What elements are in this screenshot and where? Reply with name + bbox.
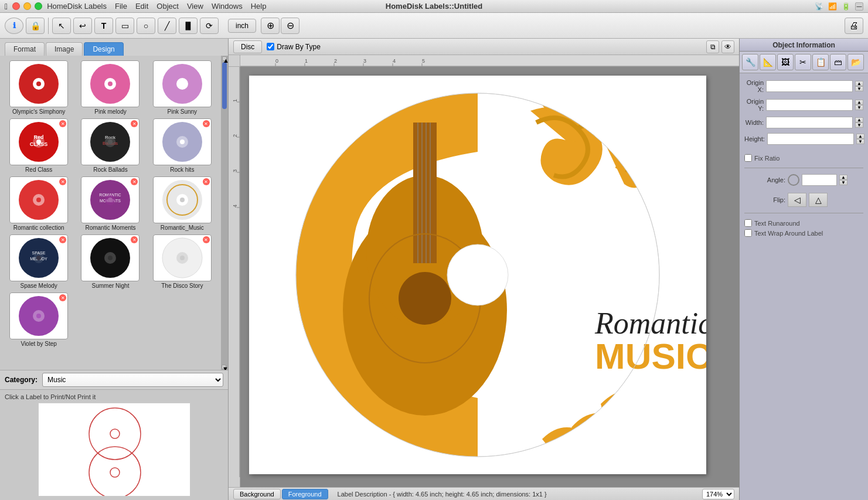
tab-format[interactable]: Format xyxy=(5,42,45,56)
thumb-violet[interactable]: ✕ Violet by Step xyxy=(5,292,73,347)
minimize-button[interactable] xyxy=(23,2,31,10)
angle-down[interactable]: ▼ xyxy=(839,180,847,185)
thumb-romantic-collection[interactable]: ✕ Romantic collection xyxy=(5,176,73,231)
text-wrap-checkbox[interactable] xyxy=(744,229,752,237)
category-select[interactable]: Music Movies Photos Data Other xyxy=(42,373,223,387)
thumb-disco-story[interactable]: ✕ The Disco Story xyxy=(148,234,216,289)
thumb-spase-melody[interactable]: ✕ SPASEMELODY Spase Melody xyxy=(5,234,73,289)
origin-x-down[interactable]: ▼ xyxy=(855,86,863,91)
thumb-pink-melody[interactable]: Pink melody xyxy=(76,60,144,115)
close-button[interactable] xyxy=(12,2,20,10)
rp-icon-4[interactable]: ✂ xyxy=(795,54,811,70)
svg-text:4: 4 xyxy=(232,205,238,208)
fix-ratio-checkbox[interactable] xyxy=(744,154,752,162)
thumb-rock-hits[interactable]: ✕ Rock hits xyxy=(148,118,216,173)
print-btn[interactable]: 🖨 xyxy=(845,18,863,34)
rp-icon-1[interactable]: 🔧 xyxy=(742,54,758,70)
unit-button[interactable]: inch xyxy=(228,19,256,33)
rp-icon-7[interactable]: 📂 xyxy=(847,54,864,70)
barcode-tool-btn[interactable]: ▐▌ xyxy=(179,18,198,34)
status-description: Label Description - { width: 4.65 inch; … xyxy=(338,491,547,498)
foreground-tab-btn[interactable]: Foreground xyxy=(282,489,328,499)
canvas-toolbar: Disc Draw By Type ⧉ 👁 xyxy=(229,39,739,55)
origin-y-up[interactable]: ▲ xyxy=(855,100,863,105)
origin-x-label: Origin X: xyxy=(744,79,764,93)
zoom-in-btn[interactable]: ⊕ xyxy=(261,18,280,34)
width-up[interactable]: ▲ xyxy=(855,117,863,123)
thumb-summer-night[interactable]: ✕ Summer Night xyxy=(76,234,144,289)
angle-up[interactable]: ▲ xyxy=(839,175,847,180)
minimize-win-btn[interactable]: — xyxy=(855,2,863,11)
width-input[interactable] xyxy=(766,117,853,128)
rp-icon-6[interactable]: 🗃 xyxy=(830,54,846,70)
height-down[interactable]: ▼ xyxy=(856,139,864,144)
thumb-olympics[interactable]: Olympic's Simphony xyxy=(5,60,73,115)
rp-icon-5[interactable]: 📋 xyxy=(812,54,829,70)
background-tab-btn[interactable]: Background xyxy=(233,489,281,499)
disc-button[interactable]: Disc xyxy=(233,40,262,53)
disc-canvas[interactable]: Romantic MUSIC xyxy=(249,76,706,474)
zoom-window-button[interactable] xyxy=(35,2,42,10)
rp-icon-2[interactable]: 📐 xyxy=(760,54,776,70)
thumb-rock-ballads[interactable]: ✕ RockBallads Rock Ballads xyxy=(76,118,144,173)
angle-input[interactable] xyxy=(802,174,837,186)
lock-btn[interactable]: 🔒 xyxy=(26,18,45,34)
divider-2 xyxy=(744,213,863,213)
thumb-pink-sunny[interactable]: Pink Sunny xyxy=(148,60,216,115)
close-romantic-music[interactable]: ✕ xyxy=(203,178,210,185)
traffic-lights xyxy=(12,2,42,10)
menu-file[interactable]: File xyxy=(115,2,127,11)
angle-circle[interactable] xyxy=(788,174,799,186)
svg-point-2 xyxy=(36,81,41,86)
object-tool-icons: 🔧 📐 🖼 ✂ 📋 🗃 📂 xyxy=(740,52,868,73)
origin-x-input[interactable] xyxy=(766,80,853,92)
menu-windows[interactable]: Windows xyxy=(212,2,243,11)
menu-homedisk[interactable]: HomeDisk Labels xyxy=(47,2,107,11)
close-rock-hits[interactable]: ✕ xyxy=(203,120,210,127)
height-up[interactable]: ▲ xyxy=(856,134,864,139)
undo-btn[interactable]: ↩ xyxy=(73,18,92,34)
svg-point-12 xyxy=(36,140,41,144)
thumb-romantic-moments[interactable]: ✕ ROMANTICMOMENTS Romantic Moments xyxy=(76,176,144,231)
flip-v-btn[interactable]: △ xyxy=(809,193,828,207)
origin-y-input[interactable] xyxy=(766,99,853,111)
menu-help[interactable]: Help xyxy=(251,2,267,11)
text-tool-btn[interactable]: T xyxy=(94,18,113,34)
svg-text:1: 1 xyxy=(232,99,238,102)
tab-design[interactable]: Design xyxy=(84,42,123,56)
origin-x-up[interactable]: ▲ xyxy=(855,81,863,86)
svg-point-17 xyxy=(108,140,113,144)
flip-h-btn[interactable]: ◁ xyxy=(788,193,806,207)
thumbnails-scrollbar[interactable]: ▲ ▼ xyxy=(221,56,228,370)
rect-tool-btn[interactable]: ▭ xyxy=(115,18,134,34)
close-disco-story[interactable]: ✕ xyxy=(203,236,210,243)
fix-ratio-label: Fix Ratio xyxy=(754,155,780,162)
zoom-level-select[interactable]: 174% 100% 150% 200% xyxy=(702,489,734,499)
height-input[interactable] xyxy=(767,133,854,145)
canvas-scroll-area[interactable]: 1 2 3 4 xyxy=(229,67,739,487)
rotate-tool-btn[interactable]: ⟳ xyxy=(200,18,219,34)
menu-view[interactable]: View xyxy=(187,2,203,11)
menu-object[interactable]: Object xyxy=(156,2,179,11)
text-runaround-checkbox[interactable] xyxy=(744,219,752,227)
layer-icon-1[interactable]: ⧉ xyxy=(706,40,719,53)
width-down[interactable]: ▼ xyxy=(855,123,863,128)
apple-menu-icon[interactable]:  xyxy=(5,2,8,11)
ellipse-tool-btn[interactable]: ○ xyxy=(137,18,155,34)
layer-icon-2[interactable]: 👁 xyxy=(721,40,734,53)
draw-by-type-checkbox[interactable] xyxy=(267,43,274,50)
menu-edit[interactable]: Edit xyxy=(135,2,148,11)
origin-y-down[interactable]: ▼ xyxy=(855,105,863,110)
thumb-romantic-music[interactable]: ✕ Romantic_Music xyxy=(148,176,216,231)
tab-image[interactable]: Image xyxy=(46,42,83,56)
select-tool-btn[interactable]: ↖ xyxy=(52,18,71,34)
thumb-red-class[interactable]: ✕ RedCLASS Red Class xyxy=(5,118,73,173)
thumb-label-olympics: Olympic's Simphony xyxy=(12,108,65,115)
zoom-out-btn[interactable]: ⊖ xyxy=(281,18,299,34)
info-btn[interactable]: ℹ xyxy=(5,18,23,34)
ruler-corner xyxy=(229,55,240,67)
line-tool-btn[interactable]: ╱ xyxy=(158,18,176,34)
svg-text:MUSIC: MUSIC xyxy=(595,336,706,376)
canvas-content[interactable]: Romantic MUSIC xyxy=(240,67,739,487)
rp-icon-3[interactable]: 🖼 xyxy=(777,54,794,70)
